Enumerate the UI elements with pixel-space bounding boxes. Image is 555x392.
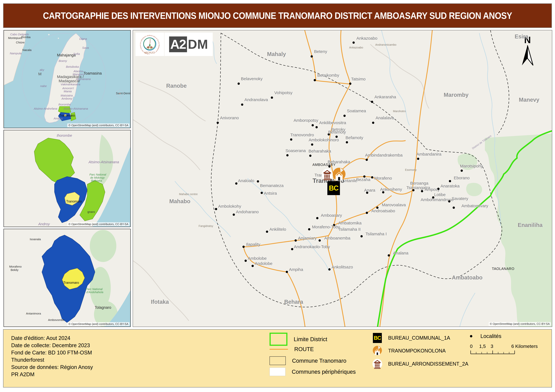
locality-label: Anjamiary	[298, 236, 317, 240]
locality-dot	[217, 122, 219, 124]
inset-label: Ambony	[61, 97, 72, 100]
locality-dot	[242, 246, 245, 248]
locality-dot	[215, 208, 217, 210]
locality-label: Ambatomika	[338, 221, 362, 225]
svg-text:MIONJO: MIONJO	[145, 51, 155, 54]
legend-item-label: ROUTE	[294, 346, 314, 352]
inset-copyright: © OpenStreetMap (and) contributors, CC-B…	[67, 123, 130, 127]
locality-dot	[421, 190, 423, 192]
locality-dot	[372, 122, 374, 124]
locality-dot	[449, 180, 451, 182]
inset-label: Bekily	[11, 268, 18, 272]
locality-dot	[291, 248, 293, 250]
locality-label: Beroanga	[410, 181, 428, 186]
locality-dot	[311, 55, 313, 58]
locality-label: Savatery	[452, 196, 468, 201]
legend-poi-label: TRANOMPOKONOLONA	[388, 348, 446, 354]
locality-label: Befamoty	[345, 135, 363, 140]
inset-label: Sofia	[73, 52, 80, 56]
inset-label: Pemba	[21, 36, 31, 39]
scale-tick-label: 1,5	[479, 343, 486, 349]
inset-label: Ihorombe	[57, 133, 72, 138]
legend-poi-label: BUREAU_COMMUNAL_1A	[388, 335, 450, 341]
locality-label: Vohipotsy	[274, 90, 292, 95]
locality-dot	[311, 143, 313, 146]
locality-label: Ilapality	[246, 242, 260, 247]
locality-label: Andoharano	[236, 210, 259, 214]
legend-info-line: Date d'édition: Aout 2024	[11, 335, 70, 341]
locality-dot	[319, 239, 321, 242]
locality-dot	[315, 126, 318, 128]
locality-label: Beteny	[314, 49, 327, 54]
inset-district: IsoanalaMorafenoBekilyAntanimoraAmbovomb…	[3, 229, 131, 327]
legend-item-label: Commune Tranomaro	[292, 358, 346, 364]
locality-label: Ambandanira	[416, 152, 441, 157]
legend-poi-label: BUREAU_ARRONDISSEMENT_2A	[388, 361, 468, 367]
locality-label: Andolobe	[255, 261, 272, 266]
locality-label: Tranovondro	[290, 132, 314, 137]
locality-dot	[448, 200, 450, 203]
main-map: « Soutien aux moyens de subsistance rési…	[133, 30, 552, 327]
locality-label: Ankazoabo	[356, 36, 377, 41]
inset-label: Matsiatra	[61, 94, 73, 97]
locality-label: Beharahaka	[328, 160, 350, 164]
locality-dot	[241, 103, 243, 106]
legend-poi-item: BC BUREAU_COMMUNAL_1A	[372, 332, 450, 343]
locality-label: Tatsimo	[351, 77, 365, 81]
scale-numbers: 0 1,5 3 6 Kilometers	[470, 343, 530, 350]
commune-area-label: Mahaly	[267, 51, 286, 57]
locality-label: Ambolokohy	[218, 204, 241, 209]
locality-label: Ampiha	[289, 267, 303, 272]
locality-dot	[349, 83, 351, 85]
locality-label: Soaserana	[285, 148, 306, 153]
locality-label: Betaikomby	[317, 73, 339, 78]
inset-label: Ambovombe	[48, 318, 65, 322]
locality-dot	[257, 180, 259, 182]
commune-area-label: Enaniliha	[518, 222, 543, 228]
locality-label: Amboanemba	[324, 236, 351, 240]
inset-label: Saint-Denis	[116, 92, 131, 95]
title-bar: CARTOGRAPHIE DES INTERVENTIONS MIONJO CO…	[3, 3, 552, 28]
a2dm-text-dm: DM	[188, 37, 208, 52]
minor-map-label: Fangidratsy	[199, 225, 213, 228]
inset-label: Alaotra-	[73, 70, 84, 73]
legend-localites: Localités	[470, 333, 501, 339]
inset-label: Betsiboka	[66, 65, 79, 68]
locality-dot	[245, 260, 247, 262]
locality-label: Ankararaha	[374, 94, 396, 99]
inset-label: Montepuez	[8, 36, 23, 40]
locality-dot	[308, 228, 310, 230]
locality-label: Morafeno	[374, 176, 392, 181]
locality-dot	[366, 159, 368, 161]
inset-label: Tranomaro	[63, 281, 79, 285]
tranompokonolona-icon	[372, 345, 382, 356]
locality-label: Bezaha	[356, 177, 370, 182]
locality-label: Anivorano	[220, 116, 239, 120]
locality-dot	[371, 176, 373, 178]
inset-label: Androy	[38, 222, 50, 226]
a2dm-text-a2: A2	[169, 36, 187, 52]
locality-label: Ambolobe	[248, 256, 267, 261]
locality-label: Belavenoky	[241, 76, 263, 81]
inset-region-canvas	[4, 130, 130, 227]
inset-label: Vakinankaratra	[61, 83, 80, 86]
locality-dot	[294, 239, 297, 242]
locality-dot	[252, 265, 254, 267]
locality-dot	[417, 158, 419, 160]
inset-region: IhorombeAtsimo-AtsinananaParc Nationalde…	[3, 130, 131, 227]
locality-label: Andranolava	[244, 97, 268, 102]
locality-dot	[388, 254, 390, 256]
bureau-arrondissement-icon	[372, 358, 382, 369]
inset-label: Sava	[82, 46, 89, 50]
legend-poi-item: BUREAU_ARRONDISSEMENT_2A	[372, 358, 468, 370]
locality-dot	[328, 268, 331, 270]
inset-label: gnaro	[88, 210, 95, 214]
inset-label: Isoanala	[30, 238, 41, 241]
locality-dot	[238, 83, 240, 85]
commune-area-label: Esira	[515, 33, 528, 40]
locality-dot	[290, 138, 292, 141]
legend-item-label: Communes périphériques	[292, 369, 356, 375]
commune-area-label: Ifotaka	[151, 299, 169, 305]
inset-label: Parc National	[89, 173, 106, 176]
legend-info-line: Date de collecte: Decembre 2023	[11, 342, 90, 348]
